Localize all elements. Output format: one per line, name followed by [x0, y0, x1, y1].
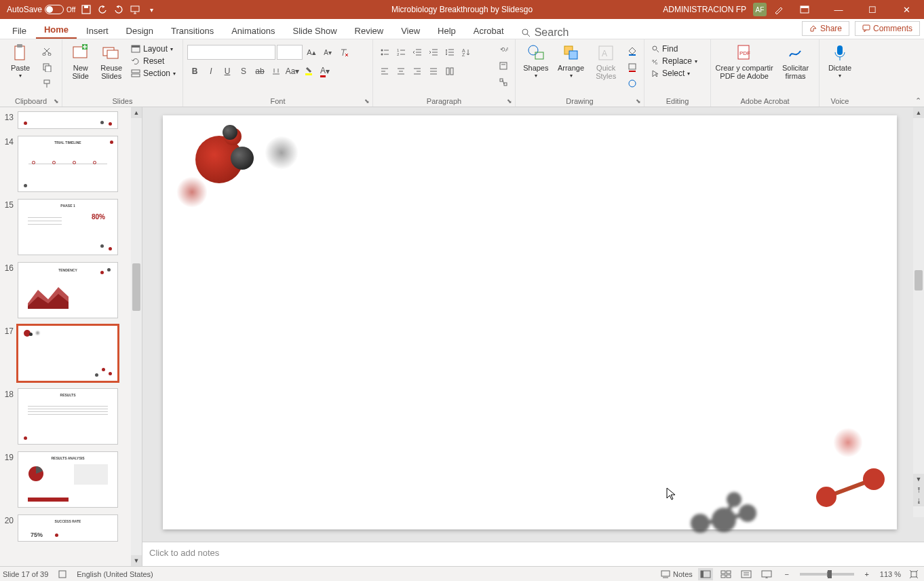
- zoom-slider[interactable]: [800, 573, 854, 576]
- slide-position[interactable]: Slide 17 of 39: [3, 570, 48, 578]
- bullets-icon[interactable]: [377, 45, 392, 60]
- comments-button[interactable]: Comments: [855, 21, 920, 36]
- tab-help[interactable]: Help: [429, 22, 464, 39]
- solicitar-firmas-button[interactable]: Solicitar firmas: [776, 42, 815, 80]
- undo-icon[interactable]: [97, 4, 108, 15]
- editor-scrollbar[interactable]: ▲ ▼ ⭱ ⭳: [913, 107, 924, 517]
- reset-button[interactable]: Reset: [128, 56, 178, 67]
- minimize-button[interactable]: ―: [825, 0, 852, 19]
- font-launcher-icon[interactable]: ⬊: [363, 97, 371, 105]
- collapse-ribbon-icon[interactable]: ⌃: [915, 96, 921, 105]
- slide-thumbnail-14[interactable]: TRIAL TIMELINE: [18, 136, 118, 192]
- crear-pdf-button[interactable]: PDF Crear y compartir PDF de Adobe: [715, 42, 773, 80]
- smartart-icon[interactable]: [496, 75, 511, 90]
- prev-slide-icon[interactable]: ⭱: [913, 485, 924, 495]
- select-button[interactable]: Select▾: [649, 68, 693, 79]
- clear-format-icon[interactable]: [336, 45, 351, 60]
- dictate-button[interactable]: Dictate▾: [824, 42, 856, 79]
- scroll-up-icon[interactable]: ▲: [913, 107, 924, 118]
- quick-styles-button[interactable]: A Quick Styles: [590, 42, 622, 80]
- clipboard-launcher-icon[interactable]: ⬊: [52, 97, 60, 105]
- increase-font-icon[interactable]: A▴: [304, 45, 319, 60]
- redo-icon[interactable]: [113, 4, 124, 15]
- slide-thumbnail-17[interactable]: [18, 325, 118, 381]
- scroll-down-icon[interactable]: ▼: [131, 555, 142, 566]
- close-button[interactable]: ✕: [893, 0, 920, 19]
- accessibility-icon[interactable]: [58, 569, 67, 579]
- thumbnails-scrollbar[interactable]: ▲ ▼: [131, 107, 142, 566]
- canvas-area[interactable]: ▲ ▼ ⭱ ⭳: [142, 107, 924, 542]
- font-name-input[interactable]: [187, 45, 275, 60]
- decrease-indent-icon[interactable]: [410, 45, 425, 60]
- line-spacing-icon[interactable]: [442, 45, 457, 60]
- slide-thumbnail-20[interactable]: SUCCESS RATE 75%: [18, 514, 118, 542]
- paragraph-launcher-icon[interactable]: ⬊: [505, 97, 514, 105]
- change-case-icon[interactable]: Aa▾: [285, 64, 300, 79]
- tab-home[interactable]: Home: [36, 20, 77, 39]
- shape-fill-icon[interactable]: [625, 43, 640, 58]
- reading-view-button[interactable]: [739, 568, 754, 580]
- tab-file[interactable]: File: [4, 22, 35, 39]
- notes-pane[interactable]: Click to add notes: [142, 542, 924, 566]
- autosave-toggle[interactable]: AutoSave Off: [7, 5, 75, 14]
- layout-button[interactable]: Layout▾: [128, 43, 178, 54]
- font-size-input[interactable]: [277, 45, 303, 60]
- slide-thumbnail-13[interactable]: [18, 111, 118, 129]
- strikethrough-icon[interactable]: ab: [252, 64, 267, 79]
- sorter-view-button[interactable]: [718, 568, 733, 580]
- bold-icon[interactable]: B: [187, 64, 202, 79]
- notes-toggle[interactable]: Notes: [661, 570, 693, 578]
- copy-icon[interactable]: [39, 60, 54, 75]
- ribbon-display-icon[interactable]: [791, 0, 818, 19]
- pen-icon[interactable]: [773, 4, 784, 15]
- save-icon[interactable]: [81, 4, 92, 15]
- normal-view-button[interactable]: [698, 568, 713, 580]
- shape-effects-icon[interactable]: [625, 76, 640, 91]
- search-box[interactable]: Search: [522, 26, 569, 39]
- zoom-in-button[interactable]: +: [860, 568, 874, 580]
- char-spacing-icon[interactable]: [269, 64, 284, 79]
- section-button[interactable]: Section▾: [128, 68, 178, 79]
- find-button[interactable]: Find: [649, 43, 680, 54]
- sort-az-icon[interactable]: AZ: [459, 45, 474, 60]
- align-center-icon[interactable]: [393, 64, 408, 79]
- increase-indent-icon[interactable]: [426, 45, 441, 60]
- highlight-icon[interactable]: [301, 64, 316, 79]
- text-direction-icon[interactable]: ⟲A: [496, 42, 511, 57]
- format-painter-icon[interactable]: [39, 76, 54, 91]
- present-icon[interactable]: [130, 4, 140, 15]
- paste-button[interactable]: Paste ▾: [4, 42, 37, 79]
- align-text-icon[interactable]: [496, 58, 511, 73]
- new-slide-button[interactable]: New Slide: [66, 42, 94, 80]
- tab-view[interactable]: View: [393, 22, 428, 39]
- qat-more-icon[interactable]: ▾: [146, 4, 157, 15]
- decrease-font-icon[interactable]: A▾: [320, 45, 335, 60]
- cut-icon[interactable]: [39, 43, 54, 58]
- shape-outline-icon[interactable]: [625, 60, 640, 75]
- scrollbar-handle[interactable]: [132, 263, 140, 311]
- justify-icon[interactable]: [426, 64, 441, 79]
- columns-icon[interactable]: [442, 64, 457, 79]
- italic-icon[interactable]: I: [204, 64, 218, 79]
- align-left-icon[interactable]: [377, 64, 392, 79]
- scrollbar-handle[interactable]: [915, 270, 923, 290]
- zoom-slider-knob[interactable]: [828, 570, 832, 578]
- slide-thumbnail-18[interactable]: RESULTS: [18, 388, 118, 445]
- slide-thumbnail-19[interactable]: RESULTS ANALYSIS: [18, 451, 118, 508]
- tab-transitions[interactable]: Transitions: [163, 22, 222, 39]
- user-avatar[interactable]: AF: [753, 3, 767, 16]
- shapes-button[interactable]: Shapes▾: [520, 42, 552, 79]
- tab-design[interactable]: Design: [118, 22, 161, 39]
- font-color-icon[interactable]: A▾: [317, 64, 332, 79]
- align-right-icon[interactable]: [410, 64, 425, 79]
- fit-window-button[interactable]: [906, 568, 921, 580]
- scroll-up-icon[interactable]: ▲: [131, 107, 142, 118]
- share-button[interactable]: Share: [802, 21, 849, 36]
- tab-animations[interactable]: Animations: [223, 22, 283, 39]
- current-slide[interactable]: [163, 115, 897, 529]
- slideshow-view-button[interactable]: [759, 568, 774, 580]
- drawing-launcher-icon[interactable]: ⬊: [634, 97, 642, 105]
- replace-button[interactable]: abReplace▾: [649, 56, 700, 67]
- scroll-down-icon[interactable]: ▼: [913, 474, 924, 485]
- next-slide-icon[interactable]: ⭳: [913, 495, 924, 506]
